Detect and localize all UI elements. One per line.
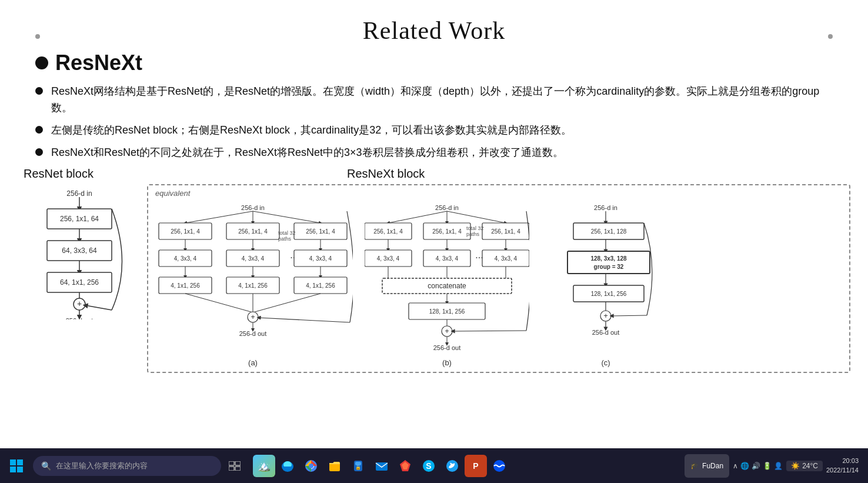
svg-rect-121 — [329, 463, 340, 471]
svg-text:64, 1x1, 256: 64, 1x1, 256 — [60, 278, 99, 287]
active-app-badge[interactable]: 🎓 FuDan — [685, 454, 729, 478]
resnet-diagram: 256-d in 256, 1x1, 64 64, 3x3, 64 64, — [18, 184, 141, 319]
svg-line-107 — [612, 315, 647, 316]
svg-rect-109 — [17, 459, 23, 465]
search-text: 在这里输入你要搜索的内容 — [56, 461, 148, 471]
svg-text:256, 1x1, 4: 256, 1x1, 4 — [491, 228, 520, 235]
tray-arrow[interactable]: ∧ — [733, 462, 738, 470]
svg-text:256-d out: 256-d out — [239, 330, 266, 337]
svg-text:+: + — [77, 299, 82, 308]
svg-text:256-d out: 256-d out — [592, 329, 619, 336]
svg-text:64, 3x3, 64: 64, 3x3, 64 — [62, 247, 97, 255]
svg-text:256-d in: 256-d in — [66, 189, 92, 198]
bullet-text-1: ResNeXt网络结构是基于ResNet的，是ResNet的增强版。在宽度（wi… — [51, 84, 833, 116]
svg-text:256, 1x1, 4: 256, 1x1, 4 — [306, 228, 335, 235]
svg-text:256, 1x1, 4: 256, 1x1, 4 — [432, 228, 462, 235]
svg-point-131 — [493, 460, 505, 472]
svg-line-58 — [447, 211, 506, 223]
svg-text:total 32: total 32 — [466, 225, 484, 231]
svg-rect-96 — [567, 251, 650, 274]
active-app-name: FuDan — [702, 462, 723, 470]
taskbar: 🔍 在这里输入你要搜索的内容 🏔️ — [0, 448, 868, 483]
svg-text:4, 3x3, 4: 4, 3x3, 4 — [436, 255, 459, 262]
svg-text:256, 1x1, 4: 256, 1x1, 4 — [171, 228, 200, 235]
security-icon[interactable]: 🔒 — [347, 455, 369, 477]
slide-title: Related Work — [0, 0, 868, 51]
svg-line-47 — [185, 294, 253, 312]
clock-date: 2022/11/14 — [826, 466, 859, 475]
wave-icon[interactable] — [488, 455, 510, 477]
svg-text:4, 3x3, 4: 4, 3x3, 4 — [495, 255, 518, 262]
weather-widget[interactable]: ☀️ 24°C — [786, 461, 823, 471]
svg-line-90 — [453, 331, 526, 331]
svg-rect-114 — [229, 467, 234, 471]
edge-icon[interactable] — [276, 455, 299, 477]
svg-text:256-d out: 256-d out — [433, 344, 460, 351]
start-button[interactable] — [5, 454, 28, 478]
svg-text:256-d in: 256-d in — [435, 204, 459, 211]
svg-text:4, 3x3, 4: 4, 3x3, 4 — [309, 255, 332, 262]
photos-app-icon[interactable]: 🏔️ — [253, 455, 275, 477]
svg-text:paths: paths — [278, 236, 292, 242]
active-app-label: 🎓 — [690, 462, 699, 469]
svg-line-49 — [253, 294, 321, 312]
resnext-a-svg: 256-d in 256, 1x1, 4 4, 3x3, 4 — [153, 202, 353, 361]
svg-text:256-d out: 256-d out — [66, 317, 93, 319]
bullet-dot-1 — [35, 87, 43, 95]
powerpoint-icon[interactable]: P — [465, 455, 487, 477]
diagram-a: 256-d in 256, 1x1, 4 4, 3x3, 4 — [153, 202, 353, 367]
skype-icon[interactable]: S — [418, 455, 440, 477]
svg-text:+: + — [603, 311, 608, 320]
chrome-icon[interactable] — [300, 455, 322, 477]
section-heading: ResNeXt — [35, 51, 833, 75]
svg-rect-115 — [235, 467, 241, 471]
svg-text:256-d in: 256-d in — [594, 204, 617, 211]
system-clock[interactable]: 20:03 2022/11/14 — [826, 457, 859, 475]
user-icon[interactable]: 👤 — [774, 462, 783, 470]
svg-text:concatenate: concatenate — [428, 282, 466, 290]
weather-icon: ☀️ — [791, 462, 800, 470]
section-heading-text: ResNeXt — [55, 51, 142, 75]
presentation-slide: Related Work ResNeXt ResNeXt网络结构是基于ResNe… — [0, 0, 868, 448]
svg-text:🔒: 🔒 — [355, 464, 361, 470]
bullet-dot-3 — [35, 148, 43, 156]
weather-temp: 24°C — [802, 462, 818, 470]
battery-icon[interactable]: 🔋 — [763, 462, 772, 470]
svg-line-56 — [388, 211, 447, 223]
svg-point-120 — [309, 464, 313, 468]
mail-icon[interactable] — [370, 455, 393, 477]
svg-text:128, 1x1, 256: 128, 1x1, 256 — [591, 291, 627, 297]
svg-text:256, 1x1, 128: 256, 1x1, 128 — [591, 228, 627, 235]
title-dot-left — [35, 34, 40, 39]
svg-text:total 32: total 32 — [278, 230, 296, 236]
svg-text:S: S — [426, 461, 431, 471]
bullet-text-2: 左侧是传统的ResNet block；右侧是ResNeXt block，其car… — [51, 122, 833, 139]
svg-rect-111 — [17, 467, 23, 472]
resnet-label: ResNet block — [24, 167, 141, 181]
svg-text:256, 1x1, 4: 256, 1x1, 4 — [373, 228, 403, 235]
taskbar-right: 🎓 FuDan ∧ 🌐 🔊 🔋 👤 ☀️ 24°C 20:03 2022/11/… — [685, 454, 863, 478]
svg-line-54 — [259, 318, 350, 322]
diagram-b: 256-d in 256, 1x1, 4 4, 3x3, 4 — [365, 202, 529, 367]
explorer-icon[interactable] — [323, 455, 346, 477]
resnext-c-svg: 256-d in 256, 1x1, 128 128, 3x3, 128 gro… — [541, 202, 670, 361]
svg-text:group = 32: group = 32 — [594, 264, 624, 270]
twitter-icon[interactable] — [441, 455, 463, 477]
bullet-text-3: ResNeXt和ResNet的不同之处就在于，ResNeXt将ResNet中的3… — [51, 145, 833, 161]
svg-text:4, 3x3, 4: 4, 3x3, 4 — [174, 255, 197, 262]
svg-text:paths: paths — [466, 231, 480, 237]
bullet-item-3: ResNeXt和ResNet的不同之处就在于，ResNeXt将ResNet中的3… — [35, 145, 833, 161]
task-view-button[interactable] — [223, 455, 246, 477]
taskbar-search[interactable]: 🔍 在这里输入你要搜索的内容 — [33, 456, 221, 476]
svg-rect-110 — [10, 467, 16, 472]
svg-rect-108 — [10, 459, 16, 465]
network-icon[interactable]: 🌐 — [740, 462, 749, 470]
ruby-icon[interactable] — [394, 455, 416, 477]
svg-line-15 — [85, 305, 112, 310]
diagram-c: 256-d in 256, 1x1, 128 128, 3x3, 128 gro… — [541, 202, 670, 367]
clock-time: 20:03 — [826, 457, 859, 465]
title-dot-right — [828, 34, 833, 39]
svg-rect-125 — [376, 462, 388, 471]
bullet-item-2: 左侧是传统的ResNet block；右侧是ResNeXt block，其car… — [35, 122, 833, 139]
volume-icon[interactable]: 🔊 — [752, 462, 760, 470]
